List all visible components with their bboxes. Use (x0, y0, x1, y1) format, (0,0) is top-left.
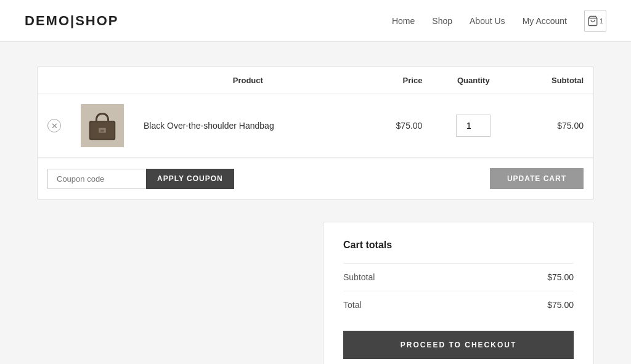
product-name: Black Over-the-shoulder Handbag (144, 121, 274, 131)
total-label: Total (343, 300, 362, 310)
coupon-input[interactable] (47, 169, 146, 189)
col-quantity-header: Quantity (432, 67, 515, 94)
subtotal-row: Subtotal $75.00 (343, 263, 574, 291)
cart-totals-section: Cart totals Subtotal $75.00 Total $75.00… (37, 222, 594, 364)
col-product-img (71, 67, 134, 94)
remove-cell: ✕ (38, 94, 71, 158)
nav-home[interactable]: Home (392, 16, 415, 26)
site-logo[interactable]: DEMO|SHOP (25, 13, 119, 29)
svg-rect-4 (100, 130, 104, 132)
product-image-cell (71, 94, 134, 158)
nav-account[interactable]: My Account (523, 16, 567, 26)
apply-coupon-button[interactable]: APPLY COUPON (146, 169, 234, 189)
nav-shop[interactable]: Shop (432, 16, 452, 26)
cart-actions-row: APPLY COUPON UPDATE CART (38, 158, 593, 199)
update-cart-button[interactable]: UPDATE CART (490, 168, 584, 189)
col-remove (38, 67, 71, 94)
logo-separator: | (70, 13, 75, 28)
proceed-to-checkout-button[interactable]: PROCEED TO CHECKOUT (343, 331, 574, 359)
subtotal-value: $75.00 (547, 272, 574, 282)
total-row: Total $75.00 (343, 291, 574, 318)
cart-table-container: Product Price Quantity Subtotal ✕ (37, 67, 594, 200)
product-price-cell: $75.00 (362, 94, 433, 158)
cart-table: Product Price Quantity Subtotal ✕ (38, 67, 593, 158)
subtotal-label: Subtotal (343, 272, 375, 282)
cart-count-badge: 1 (600, 17, 603, 25)
cart-totals-box: Cart totals Subtotal $75.00 Total $75.00… (323, 222, 594, 364)
logo-shop: SHOP (75, 13, 118, 28)
main-nav: Home Shop About Us My Account 1 (392, 10, 606, 32)
remove-item-button[interactable]: ✕ (47, 119, 61, 132)
handbag-illustration (84, 108, 120, 144)
logo-demo: DEMO (25, 13, 70, 28)
cart-bag-icon (587, 15, 598, 26)
col-subtotal-header: Subtotal (515, 67, 593, 94)
col-product-header: Product (134, 67, 362, 94)
cart-totals-title: Cart totals (343, 240, 574, 251)
nav-about[interactable]: About Us (470, 16, 505, 26)
quantity-input[interactable] (456, 115, 491, 137)
table-row: ✕ (38, 94, 593, 158)
product-quantity-cell (432, 94, 515, 158)
product-name-cell: Black Over-the-shoulder Handbag (134, 94, 362, 158)
product-thumbnail (81, 104, 124, 147)
cart-icon-button[interactable]: 1 (584, 10, 606, 32)
coupon-group: APPLY COUPON (47, 169, 234, 189)
total-value: $75.00 (547, 300, 574, 310)
col-price-header: Price (362, 67, 433, 94)
product-subtotal-cell: $75.00 (515, 94, 593, 158)
